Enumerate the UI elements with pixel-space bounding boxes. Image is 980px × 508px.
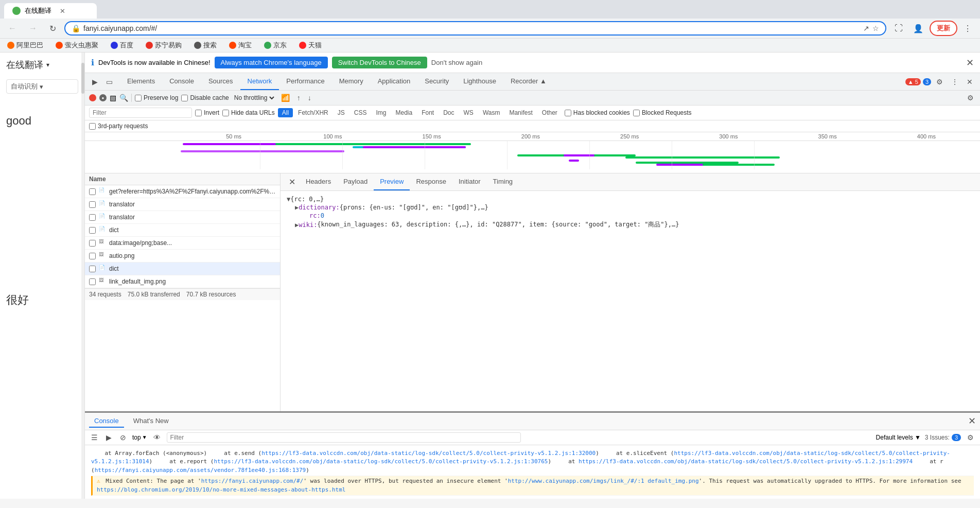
console-filter-input[interactable]	[167, 432, 521, 443]
network-row-1[interactable]: 📄 get?referer=https%3A%2F%2Ffanyi.caiyun…	[85, 185, 280, 198]
tab-lighthouse[interactable]: Lighthouse	[456, 73, 503, 90]
forward-button[interactable]: →	[25, 22, 41, 35]
disable-cache-checkbox[interactable]	[181, 95, 188, 101]
address-bar[interactable]: 🔒 ↗ ☆	[64, 21, 886, 36]
tab-console[interactable]: Console	[162, 73, 201, 90]
banner-dismiss-btn[interactable]: Don't show again	[431, 59, 482, 66]
log-page-link[interactable]: https://fanyi.caiyunapp.com/#/	[201, 478, 304, 484]
json-wiki-toggle[interactable]: ▶	[295, 221, 299, 229]
issues-indicator[interactable]: 3 Issues: 3	[925, 434, 961, 441]
record-btn[interactable]	[89, 94, 96, 101]
import-btn[interactable]: ↑	[295, 93, 303, 103]
filter-fetch-xhr[interactable]: Fetch/XHR	[294, 108, 332, 117]
profile-btn[interactable]: 👤	[909, 22, 927, 36]
devtools-settings-btn[interactable]: ⚙	[933, 76, 946, 88]
tab-close-btn[interactable]: ✕	[60, 7, 65, 15]
bookmark-baidu[interactable]: 百度	[108, 40, 136, 51]
preview-tab-response[interactable]: Response	[410, 173, 452, 190]
filter-ws[interactable]: WS	[460, 108, 478, 117]
has-blocked-checkbox[interactable]	[565, 110, 571, 116]
update-button[interactable]: 更新	[930, 21, 957, 36]
log-link-5[interactable]: https://fanyi.caiyunapp.com/assets/vendo…	[95, 467, 306, 474]
devtools-close-btn[interactable]: ✕	[964, 76, 976, 88]
log-insecure-link[interactable]: http://www.caiyunapp.com/imgs/link_/#/:1…	[508, 478, 699, 484]
bookmark-search[interactable]: 搜索	[191, 40, 220, 51]
console-settings-btn[interactable]: ⚙	[965, 432, 976, 443]
console-stop-btn[interactable]: ⊘	[118, 432, 128, 443]
filter-manifest[interactable]: Manifest	[505, 108, 536, 117]
network-row-6[interactable]: 🖼 autio.png	[85, 250, 280, 262]
invert-label[interactable]: Invert	[195, 109, 219, 116]
row-7-checkbox[interactable]	[89, 266, 96, 272]
console-tab-whats-new[interactable]: What's New	[128, 415, 174, 428]
filter-doc[interactable]: Doc	[439, 108, 458, 117]
bookmark-suning[interactable]: 苏宁易购	[143, 40, 185, 51]
network-row-2[interactable]: 📄 translator	[85, 198, 280, 211]
filter-wasm[interactable]: Wasm	[479, 108, 504, 117]
network-row-8[interactable]: 🖼 link_default_img.png	[85, 275, 280, 288]
blocked-requests-label[interactable]: Blocked Requests	[633, 109, 692, 116]
row-3-checkbox[interactable]	[89, 214, 96, 221]
row-4-checkbox[interactable]	[89, 227, 96, 234]
log-link-4[interactable]: https://lf3-data.volccdn.com/obj/data-st…	[579, 458, 913, 465]
search-icon[interactable]: 🔍	[119, 94, 128, 102]
preview-close-btn[interactable]: ✕	[285, 175, 300, 189]
bookmark-tianmao[interactable]: 天猫	[296, 40, 325, 51]
menu-btn[interactable]: ⋮	[959, 22, 976, 36]
share-icon[interactable]: ↗	[863, 24, 869, 32]
row-1-checkbox[interactable]	[89, 188, 96, 195]
console-close-btn[interactable]: ✕	[968, 415, 976, 427]
console-eye-btn[interactable]: 👁	[151, 432, 163, 443]
filter-js[interactable]: JS	[334, 108, 349, 117]
filter-other[interactable]: Other	[538, 108, 562, 117]
bookmark-huiju[interactable]: 萤火虫惠聚	[52, 40, 101, 51]
preview-tab-preview[interactable]: Preview	[374, 173, 410, 190]
third-party-label[interactable]: 3rd-party requests	[89, 122, 148, 130]
json-root-toggle[interactable]: ▼	[287, 196, 290, 203]
third-party-checkbox[interactable]	[89, 123, 96, 130]
hide-urls-label[interactable]: Hide data URLs	[222, 109, 275, 116]
has-blocked-label[interactable]: Has blocked cookies	[565, 109, 630, 116]
preview-tab-timing[interactable]: Timing	[487, 173, 519, 190]
refresh-button[interactable]: ↻	[45, 22, 60, 36]
disable-cache-label[interactable]: Disable cache	[181, 94, 229, 101]
row-8-checkbox[interactable]	[89, 278, 96, 285]
back-button[interactable]: ←	[4, 22, 21, 35]
bookmark-icon[interactable]: ☆	[872, 24, 879, 32]
element-picker-btn[interactable]: ▶	[89, 76, 101, 88]
filter-css[interactable]: CSS	[350, 108, 371, 117]
network-row-7[interactable]: 📄 dict	[85, 262, 280, 275]
row-6-checkbox[interactable]	[89, 253, 96, 259]
network-row-4[interactable]: 📄 dict	[85, 224, 280, 237]
bookmark-alibaba[interactable]: 阿里巴巴	[4, 40, 46, 51]
tab-memory[interactable]: Memory	[332, 73, 371, 90]
dropdown-icon[interactable]: ▾	[46, 61, 49, 68]
filter-font[interactable]: Font	[417, 108, 438, 117]
tab-sources[interactable]: Sources	[201, 73, 240, 90]
bookmark-jd[interactable]: 京东	[261, 40, 290, 51]
network-row-3[interactable]: 📄 translator	[85, 211, 280, 224]
json-dict-toggle[interactable]: ▶	[295, 204, 299, 211]
banner-match-language-btn[interactable]: Always match Chrome's language	[215, 57, 328, 68]
preview-tab-headers[interactable]: Headers	[300, 173, 337, 190]
invert-checkbox[interactable]	[195, 110, 202, 116]
preview-tab-payload[interactable]: Payload	[337, 173, 374, 190]
scrollbar-thumb[interactable]	[81, 63, 84, 94]
throttle-select[interactable]: No throttling	[232, 94, 276, 102]
online-status-btn[interactable]: 📶	[279, 93, 292, 103]
extensions-btn[interactable]: ⛶	[890, 22, 907, 35]
log-info-link[interactable]: https://blog.chromium.org/2019/10/no-mor…	[97, 486, 345, 493]
tab-network[interactable]: Network	[240, 73, 279, 90]
devtools-more-btn[interactable]: ⋮	[948, 76, 961, 88]
tab-elements[interactable]: Elements	[120, 73, 162, 90]
device-toolbar-btn[interactable]: ▭	[103, 76, 116, 88]
preserve-log-label[interactable]: Preserve log	[135, 94, 178, 101]
row-2-checkbox[interactable]	[89, 201, 96, 208]
hide-urls-checkbox[interactable]	[222, 110, 229, 116]
tab-application[interactable]: Application	[371, 73, 418, 90]
bookmark-taobao[interactable]: 淘宝	[226, 40, 255, 51]
scrollbar[interactable]	[81, 52, 84, 499]
browser-tab[interactable]: 在线翻译 ✕	[4, 3, 97, 19]
banner-close-btn[interactable]: ✕	[966, 57, 974, 68]
network-row-5[interactable]: 🖼 data:image/png;base...	[85, 237, 280, 250]
